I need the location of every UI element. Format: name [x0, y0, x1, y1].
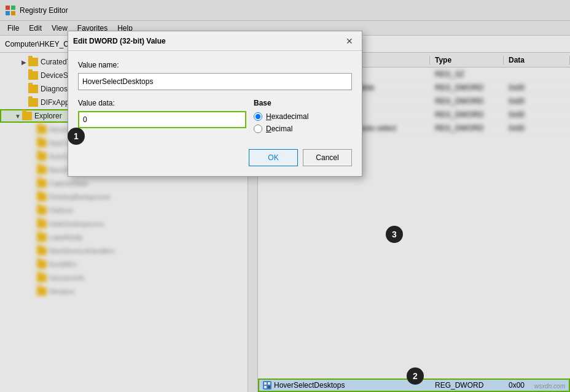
decimal-radio[interactable]	[254, 125, 262, 133]
dialog-close-button[interactable]: ✕	[342, 34, 357, 48]
dialog-title: Edit DWORD (32-bit) Value	[73, 37, 166, 45]
value-data-input[interactable]	[78, 111, 246, 128]
decimal-radio-row: Decimal	[254, 125, 352, 133]
value-data-label: Value data:	[78, 99, 246, 107]
dialog-row: Value data: Base Hexadecimal Decim	[78, 99, 352, 137]
hexadecimal-radio[interactable]	[254, 112, 262, 121]
value-name-input[interactable]	[78, 73, 352, 90]
hexadecimal-radio-row: Hexadecimal	[254, 112, 352, 121]
ok-button[interactable]: OK	[249, 149, 298, 166]
badge-3: 3	[386, 226, 403, 243]
base-group: Base Hexadecimal Decimal	[254, 99, 352, 137]
hexadecimal-label: Hexadecimal	[266, 112, 308, 121]
badge-1: 1	[68, 128, 85, 145]
dialog-overlay: Edit DWORD (32-bit) Value ✕ Value name: …	[0, 0, 570, 392]
base-label: Base	[254, 99, 352, 107]
decimal-label: Decimal	[266, 125, 292, 133]
cancel-button[interactable]: Cancel	[303, 149, 352, 166]
value-name-label: Value name:	[78, 61, 352, 69]
value-data-wrap: Value data:	[78, 99, 246, 137]
badge-2: 2	[407, 367, 424, 385]
dialog-buttons: OK Cancel	[78, 147, 352, 166]
dialog-body: Value name: Value data: Base Hexadecimal	[68, 51, 362, 176]
edit-dword-dialog: Edit DWORD (32-bit) Value ✕ Value name: …	[68, 31, 362, 177]
dialog-title-bar: Edit DWORD (32-bit) Value ✕	[68, 31, 362, 51]
